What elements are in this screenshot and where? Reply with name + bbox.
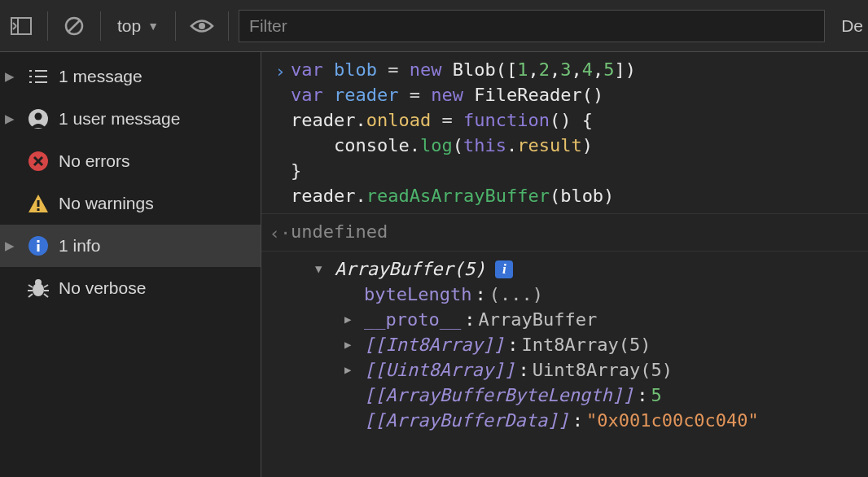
- sidebar-item-label: No warnings: [59, 194, 154, 213]
- property-key: __proto__: [364, 307, 461, 332]
- warning-icon: [26, 193, 50, 214]
- console-output: › var blob = new Blob([1,2,3,4,5]) var r…: [261, 52, 868, 477]
- svg-line-23: [28, 294, 33, 297]
- expand-triangle-icon[interactable]: ▶: [344, 332, 356, 357]
- toolbar-divider: [175, 11, 176, 41]
- object-property[interactable]: ▶__proto__: ArrayBuffer: [315, 307, 868, 332]
- object-property[interactable]: ▶[[Uint8Array]]: Uint8Array(5): [315, 357, 868, 383]
- expand-arrow-icon: ▶: [5, 69, 18, 84]
- sidebar-item-label: 1 info: [59, 236, 100, 256]
- toolbar-divider: [228, 11, 229, 41]
- expand-triangle-icon[interactable]: ▶: [344, 357, 356, 383]
- svg-rect-18: [37, 240, 40, 243]
- collapse-triangle-icon[interactable]: ▼: [315, 256, 327, 282]
- property-key: [[Uint8Array]]: [364, 357, 515, 383]
- sidebar-item-label: 1 message: [59, 67, 142, 86]
- svg-rect-1: [11, 18, 18, 34]
- toolbar-divider: [100, 11, 101, 41]
- message-filter-sidebar: ▶1 message▶1 user messageNo errorsNo war…: [0, 52, 261, 477]
- list-icon: [26, 68, 50, 85]
- console-code: var blob = new Blob([1,2,3,4,5]) var rea…: [291, 57, 868, 208]
- bug-icon: [26, 278, 50, 299]
- sidebar-item-label: No errors: [59, 151, 130, 171]
- svg-point-4: [199, 23, 205, 29]
- object-constructor-name: ArrayBuffer(5): [335, 256, 485, 282]
- property-key: [[ArrayBufferByteLength]]: [364, 383, 633, 408]
- svg-rect-17: [37, 244, 40, 252]
- object-property[interactable]: [[ArrayBufferByteLength]]: 5: [315, 383, 868, 408]
- svg-line-24: [44, 285, 48, 287]
- svg-line-21: [28, 285, 33, 287]
- return-arrow-icon: ‹·: [270, 219, 291, 246]
- filter-input[interactable]: [239, 10, 825, 42]
- svg-rect-0: [11, 18, 31, 34]
- property-value: ArrayBuffer: [478, 307, 597, 332]
- sidebar-item-error[interactable]: No errors: [0, 140, 261, 182]
- sidebar-item-label: No verbose: [59, 278, 146, 298]
- property-value: Uint8Array(5): [533, 357, 673, 383]
- object-header[interactable]: ▼ArrayBuffer(5)i: [315, 256, 868, 282]
- sidebar-item-warning[interactable]: No warnings: [0, 182, 261, 225]
- property-key: byteLength: [364, 282, 471, 307]
- sidebar-item-bug[interactable]: No verbose: [0, 267, 261, 309]
- input-prompt-icon: ›: [270, 57, 291, 208]
- svg-rect-14: [37, 200, 40, 207]
- object-property[interactable]: byteLength: (...): [315, 282, 868, 307]
- toolbar-divider: [47, 11, 48, 41]
- expand-arrow-icon: ▶: [5, 238, 18, 253]
- log-gutter: [270, 256, 291, 433]
- error-icon: [26, 151, 50, 172]
- toolbar-right-label: De: [830, 16, 863, 36]
- return-value: undefined: [291, 219, 868, 246]
- sidebar-item-list[interactable]: ▶1 message: [0, 55, 261, 98]
- console-toolbar: top ▼ De: [0, 0, 868, 52]
- console-input-row[interactable]: › var blob = new Blob([1,2,3,4,5]) var r…: [261, 52, 868, 214]
- property-value: 5: [651, 383, 661, 408]
- console-return-row: ‹· undefined: [261, 214, 868, 252]
- svg-line-3: [68, 20, 80, 32]
- property-key: [[ArrayBufferData]]: [364, 408, 569, 433]
- svg-point-12: [35, 113, 42, 120]
- svg-rect-15: [37, 208, 40, 211]
- context-selector[interactable]: top ▼: [111, 16, 165, 36]
- info-icon: [26, 235, 50, 256]
- expand-arrow-icon: ▶: [5, 112, 18, 126]
- clear-console-icon[interactable]: [58, 10, 90, 42]
- info-icon[interactable]: i: [495, 260, 513, 278]
- property-value: "0x001c00c0c040": [586, 408, 759, 433]
- context-label: top: [117, 16, 141, 36]
- expand-triangle-icon[interactable]: ▶: [344, 307, 356, 332]
- sidebar-item-user[interactable]: ▶1 user message: [0, 98, 261, 140]
- property-key: [[Int8Array]]: [364, 332, 504, 357]
- sidebar-item-info[interactable]: ▶1 info: [0, 225, 261, 267]
- object-property[interactable]: ▶[[Int8Array]]: Int8Array(5): [315, 332, 868, 357]
- toggle-sidebar-icon[interactable]: [5, 10, 37, 42]
- object-tree[interactable]: ▼ArrayBuffer(5)ibyteLength: (...)▶__prot…: [291, 256, 868, 433]
- property-value: (...): [489, 282, 543, 307]
- svg-point-20: [35, 279, 42, 286]
- eye-icon[interactable]: [186, 10, 218, 42]
- console-log-row[interactable]: ▼ArrayBuffer(5)ibyteLength: (...)▶__prot…: [261, 252, 868, 438]
- user-icon: [26, 108, 50, 129]
- svg-line-26: [44, 294, 48, 297]
- object-property[interactable]: [[ArrayBufferData]]: "0x001c00c0c040": [315, 408, 868, 433]
- property-value: Int8Array(5): [521, 332, 651, 357]
- sidebar-item-label: 1 user message: [59, 109, 180, 129]
- chevron-down-icon: ▼: [147, 20, 159, 33]
